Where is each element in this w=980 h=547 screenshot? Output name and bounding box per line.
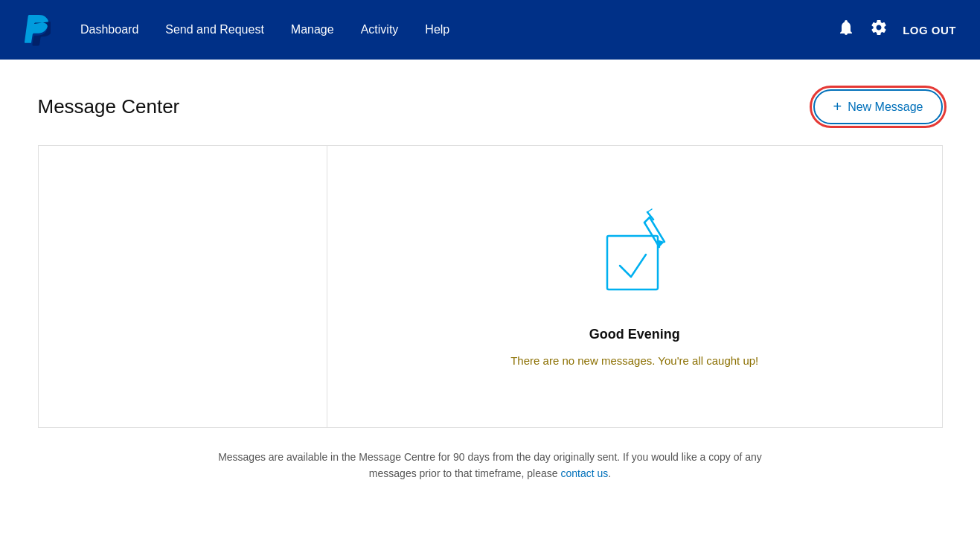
- footer-note: Messages are available in the Message Ce…: [38, 449, 943, 497]
- empty-state-illustration: [594, 206, 676, 306]
- new-message-label: New Message: [848, 100, 923, 114]
- empty-message-text: There are no new messages. You're all ca…: [510, 354, 758, 367]
- paypal-logo[interactable]: [24, 13, 51, 46]
- contact-us-link[interactable]: contact us: [560, 467, 608, 479]
- nav-activity[interactable]: Activity: [361, 23, 399, 36]
- message-content-panel: Good Evening There are no new messages. …: [327, 146, 942, 427]
- bell-icon[interactable]: [837, 19, 855, 41]
- svg-rect-0: [607, 236, 658, 290]
- greeting-text: Good Evening: [589, 327, 680, 342]
- main-content: Message Center + New Message: [14, 60, 967, 497]
- message-list-panel: [39, 146, 327, 427]
- svg-line-3: [644, 217, 650, 223]
- nav-manage[interactable]: Manage: [291, 23, 334, 36]
- page-header: Message Center + New Message: [38, 89, 943, 124]
- nav-dashboard[interactable]: Dashboard: [80, 23, 138, 36]
- message-panels: Good Evening There are no new messages. …: [38, 145, 943, 428]
- svg-line-6: [647, 209, 652, 212]
- plus-icon: +: [833, 98, 842, 115]
- footer-note-end: .: [608, 467, 611, 479]
- page-title: Message Center: [38, 95, 180, 118]
- gear-icon[interactable]: [870, 19, 888, 41]
- footer-note-part1: Messages are available in the Message Ce…: [218, 451, 762, 463]
- nav-links: Dashboard Send and Request Manage Activi…: [80, 23, 837, 36]
- nav-right: LOG OUT: [837, 19, 956, 41]
- svg-line-2: [644, 223, 659, 247]
- nav-send-request[interactable]: Send and Request: [165, 23, 264, 36]
- nav-help[interactable]: Help: [425, 23, 449, 36]
- footer-note-part2: messages prior to that timeframe, please: [369, 467, 558, 479]
- navbar: Dashboard Send and Request Manage Activi…: [0, 0, 980, 60]
- logout-button[interactable]: LOG OUT: [903, 24, 956, 36]
- new-message-button[interactable]: + New Message: [813, 89, 942, 124]
